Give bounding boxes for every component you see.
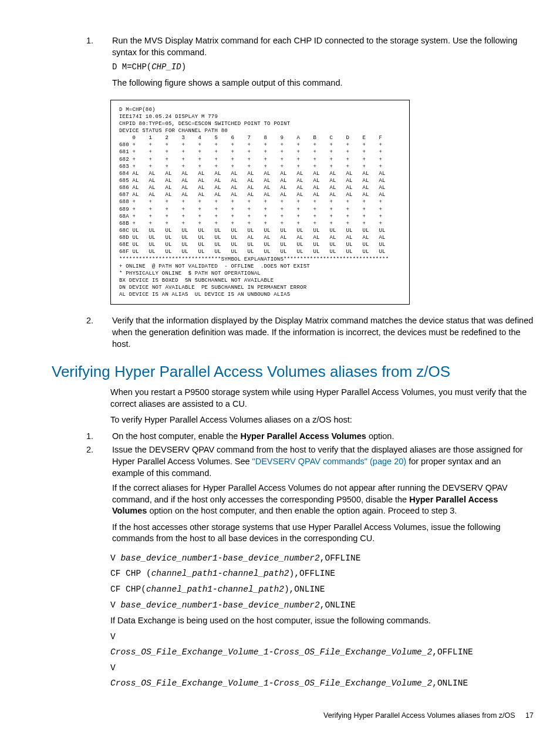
footer-text: Verifying Hyper Parallel Access Volumes … [323,711,515,720]
step-1-command: D M=CHP(CHP_ID) [112,62,534,73]
intro-para-1: When you restart a P9500 storage system … [110,387,534,410]
var: channel_path1-channel_path2 [146,585,284,594]
cmd-line-4: V base_device_number1-base_device_number… [110,600,534,612]
step-1-after: The following figure shows a sample outp… [112,77,534,89]
t: CF CHP ( [110,569,151,578]
var: channel_path1-channel_path2 [151,569,289,578]
t: V [110,553,120,563]
step-1: Run the MVS Display Matrix command for e… [96,35,534,89]
cmd-prefix: D M=CHP( [112,62,151,72]
t: CF CHP( [110,585,146,594]
t: ),ONLINE [284,585,325,594]
display-matrix-output: D M=CHP(80) IEE174I 10.05.24 DISPLAY M 7… [110,100,410,305]
substep-2: Issue the DEVSERV QPAV command from the … [96,444,534,545]
t: V [110,600,120,610]
text: On the host computer, enable the [112,431,240,441]
section-heading: Verifying Hyper Parallel Access Volumes … [52,362,534,382]
var: base_device_number1-base_device_number2 [120,553,319,563]
t: ,OFFLINE [320,553,361,563]
intro-para-2: To verify Hyper Parallel Access Volumes … [110,414,534,426]
cmd-suffix: ) [181,62,186,72]
t: ,OFFLINE [432,647,473,657]
dx-v1: V [110,632,534,643]
page-number: 17 [525,711,534,720]
page-footer: Verifying Hyper Parallel Access Volumes … [52,711,534,721]
substep-1: On the host computer, enable the Hyper P… [96,431,534,443]
command-block: V base_device_number1-base_device_number… [110,553,534,611]
dx-line-2: Cross_OS_File_Exchange_Volume_1-Cross_OS… [110,678,534,690]
display-matrix-pre: D M=CHP(80) IEE174I 10.05.24 DISPLAY M 7… [119,106,401,299]
text: option. [366,431,394,441]
var: Cross_OS_File_Exchange_Volume_1-Cross_OS… [110,647,432,657]
substep-2-para-3: If the host accesses other storage syste… [112,522,534,545]
cmd-line-1: V base_device_number1-base_device_number… [110,553,534,565]
t: ,ONLINE [432,679,468,688]
t: ,ONLINE [320,600,356,610]
step-2: Verify that the information displayed by… [96,315,534,350]
var: Cross_OS_File_Exchange_Volume_1-Cross_OS… [110,679,432,688]
substep-2-para-2: If the correct aliases for Hyper Paralle… [112,482,534,517]
dx-command-block: V Cross_OS_File_Exchange_Volume_1-Cross_… [110,632,534,690]
dx-line-1: Cross_OS_File_Exchange_Volume_1-Cross_OS… [110,647,534,659]
text: option on the host computer, and then en… [147,506,457,515]
devserv-link[interactable]: "DEVSERV QPAV commands" (page 20) [252,457,407,466]
var: base_device_number1-base_device_number2 [120,600,319,610]
cmd-line-3: CF CHP(channel_path1-channel_path2),ONLI… [110,584,534,596]
cmd-var: CHP_ID [151,62,181,72]
option-name: Hyper Parallel Access Volumes [240,431,366,441]
dx-v2: V [110,663,534,674]
t: ),OFFLINE [289,569,335,578]
step-1-text: Run the MVS Display Matrix command for e… [112,36,517,57]
cmd-line-2: CF CHP (channel_path1-channel_path2),OFF… [110,568,534,580]
data-exchange-intro: If Data Exchange is being used on the ho… [110,615,534,627]
